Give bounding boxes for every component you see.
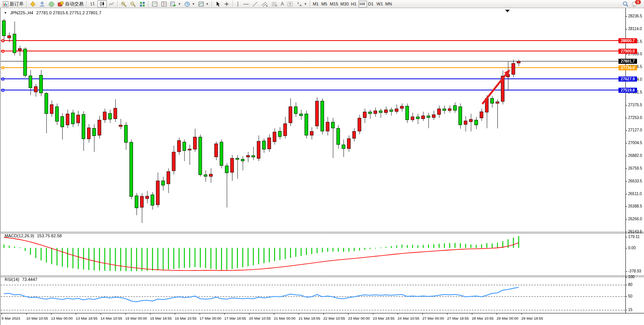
- trendline-icon: [252, 1, 258, 7]
- separator: [232, 1, 233, 7]
- horizontal-line-tool-button[interactable]: [241, 0, 251, 7]
- macd-label: MACD(12,26,9): [5, 233, 34, 238]
- search-button[interactable]: [621, 0, 630, 7]
- line-chart-button[interactable]: [107, 0, 116, 7]
- notifications-button[interactable]: 1: [630, 0, 640, 7]
- template-icon: [198, 1, 204, 7]
- crosshair-icon: [224, 1, 230, 7]
- chart-header: ▼ JPN225-,H4 27781.0 27815.6 27751.2 278…: [4, 10, 101, 15]
- text-tool-icon: A: [281, 1, 284, 7]
- tile-windows-icon: [139, 1, 145, 7]
- community-button[interactable]: [38, 0, 47, 7]
- chart-ohlc-values: 27781.0 27815.6 27751.2 27801.7: [36, 10, 101, 15]
- line-chart-icon: [108, 1, 114, 7]
- signals-button[interactable]: [47, 0, 56, 7]
- crosshair-tool-button[interactable]: [222, 0, 231, 7]
- auto-trading-label: 自动交易: [65, 1, 84, 7]
- notification-count-badge: 1: [635, 0, 641, 4]
- dropdown-arrow-icon: ▼: [192, 2, 195, 6]
- timeframe-button-m15[interactable]: M15: [329, 1, 339, 7]
- rsi-pane-label: RSI(14) 73.4447: [5, 277, 38, 282]
- navigator-icon: [161, 1, 167, 7]
- separator: [212, 1, 212, 7]
- svg-text:E: E: [266, 5, 268, 7]
- cursor-tool-button[interactable]: [214, 0, 222, 7]
- dropdown-arrow-icon: ▼: [178, 2, 181, 6]
- yellow-tag-icon: [30, 1, 36, 7]
- chart-window: ▼ JPN225-,H4 27781.0 27815.6 27751.2 278…: [0, 8, 644, 325]
- current-price-badge[interactable]: 27801.7: [618, 59, 637, 64]
- rsi-value: 73.4447: [22, 277, 38, 282]
- vertical-line-tool-button[interactable]: [234, 0, 241, 7]
- text-tool-button[interactable]: A: [279, 0, 285, 7]
- zoom-in-button[interactable]: [119, 0, 128, 7]
- dropdown-arrow-icon: ▼: [304, 2, 307, 6]
- separator: [310, 1, 311, 7]
- price-line-badge[interactable]: 27736.0: [618, 65, 637, 70]
- search-icon: [622, 1, 629, 7]
- template-button[interactable]: ▼: [196, 0, 210, 7]
- price-alert-button[interactable]: [28, 0, 38, 7]
- candlestick-chart-icon: [99, 1, 105, 7]
- bar-chart-icon: [90, 1, 96, 7]
- arrows-icon: [296, 1, 302, 7]
- data-window-icon: [152, 1, 158, 7]
- indicator-plus-icon: [170, 1, 176, 7]
- timeframe-button-d1[interactable]: D1: [367, 1, 376, 7]
- tile-windows-button[interactable]: [138, 0, 147, 7]
- timeframe-button-m5[interactable]: M5: [320, 1, 329, 7]
- cursor-icon: [215, 1, 220, 7]
- user-icon: [39, 1, 45, 7]
- svg-text:F: F: [276, 5, 277, 7]
- separator: [86, 1, 87, 7]
- timeframe-button-h4[interactable]: H4: [359, 1, 367, 7]
- price-line-badge[interactable]: 28000.7: [618, 38, 637, 43]
- bar-chart-button[interactable]: [88, 0, 97, 7]
- price-line-badge[interactable]: 27900.0: [618, 49, 637, 54]
- toolbar: 新订单 自动交易 ▼ ▼ ▼ E F A T ▼ M1M5M15M30H1H4D…: [0, 0, 644, 8]
- timeframe-button-w1[interactable]: W1: [376, 1, 384, 7]
- timeframe-group: M1M5M15M30H1H4D1W1MN: [312, 1, 393, 7]
- channel-icon: E: [261, 1, 268, 7]
- add-indicator-button[interactable]: ▼: [169, 0, 183, 7]
- separator: [117, 1, 118, 7]
- dropdown-arrow-icon: ▼: [206, 2, 209, 6]
- navigator-button[interactable]: [159, 0, 169, 7]
- macd-values: 153.75 82.58: [37, 233, 61, 238]
- timeframe-button-m1[interactable]: M1: [312, 1, 320, 7]
- arrows-tool-button[interactable]: ▼: [295, 0, 309, 7]
- equidistant-channel-tool-button[interactable]: E: [260, 0, 270, 7]
- fibonacci-tool-button[interactable]: F: [270, 0, 279, 7]
- price-line-badge[interactable]: 27519.8: [618, 88, 637, 93]
- chart-symbol-title: JPN225-,H4: [10, 10, 33, 15]
- timeframe-button-h1[interactable]: H1: [350, 1, 359, 7]
- separator: [26, 1, 27, 7]
- macd-pane-label: MACD(12,26,9) 153.75 82.58: [5, 233, 62, 238]
- one-click-trading-toggle[interactable]: ▼: [4, 11, 7, 15]
- price-line-badge[interactable]: 27627.9: [618, 77, 637, 82]
- zoom-out-button[interactable]: [128, 0, 138, 7]
- rsi-label: RSI(14): [5, 277, 19, 282]
- period-button[interactable]: ▼: [183, 0, 196, 7]
- auto-trading-button[interactable]: 自动交易: [56, 0, 85, 7]
- zoom-out-icon: [130, 1, 136, 7]
- zoom-in-icon: [121, 1, 127, 7]
- timeframe-button-mn[interactable]: MN: [384, 1, 393, 7]
- new-order-label: 新订单: [10, 1, 24, 7]
- data-window-button[interactable]: [150, 0, 159, 7]
- chart-canvas[interactable]: [1, 8, 644, 325]
- new-order-button[interactable]: 新订单: [1, 0, 25, 7]
- candlestick-chart-button[interactable]: [97, 0, 107, 7]
- auto-trading-icon: [58, 1, 64, 7]
- timeframe-button-m30[interactable]: M30: [339, 1, 350, 7]
- new-order-icon: [3, 1, 9, 7]
- svg-text:T: T: [289, 2, 291, 6]
- clock-icon: [184, 1, 190, 7]
- text-label-icon: T: [287, 1, 293, 7]
- trendline-tool-button[interactable]: [251, 0, 260, 7]
- horizontal-line-icon: [243, 1, 249, 7]
- text-label-tool-button[interactable]: T: [285, 0, 295, 7]
- fibonacci-icon: F: [271, 1, 278, 7]
- separator: [148, 1, 149, 7]
- signal-icon: [48, 1, 55, 7]
